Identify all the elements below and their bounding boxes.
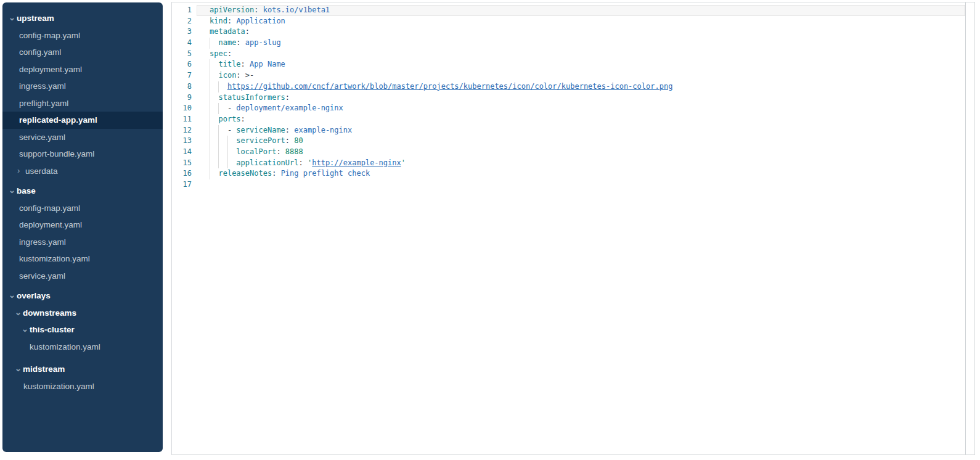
tree-file-ingress.yaml[interactable]: ingress.yaml [2,234,163,251]
line-number: 11 [172,114,192,125]
indent-guide [218,103,219,114]
line-number: 8 [172,81,192,92]
tree-file-preflight.yaml[interactable]: preflight.yaml [2,95,163,112]
code-content: localPort: 8888 [192,147,966,158]
code-line[interactable]: 14 localPort: 8888 [172,147,966,158]
code-token: Ping preflight check [281,169,370,178]
line-number: 9 [172,92,192,104]
code-line[interactable]: 7 icon: >- [172,70,966,81]
code-content: ports: [192,114,966,125]
code-token: : [227,49,232,58]
tree-item-label: midstream [23,364,65,374]
line-number: 7 [172,70,192,81]
code-line[interactable]: 9 statusInformers: [172,92,966,104]
code-line[interactable]: 5spec: [172,49,966,60]
line-number: 16 [172,168,192,179]
code-line[interactable]: 17 [172,179,966,191]
tree-file-ingress.yaml[interactable]: ingress.yaml [2,78,163,95]
code-content: spec: [192,49,966,60]
tree-item-label: ingress.yaml [19,81,66,91]
tree-folder-upstream[interactable]: ⌄upstream [2,10,163,27]
code-line[interactable]: 13 servicePort: 80 [172,136,966,147]
code-token: icon [218,71,236,80]
code-token: : [285,93,290,102]
chevron-right-icon: › [17,166,25,175]
code-token: : [236,38,240,47]
tree-folder-this-cluster[interactable]: ⌄this-cluster [2,321,163,339]
tree-file-service.yaml[interactable]: service.yaml [2,268,163,285]
code-content: - deployment/example-nginx [192,103,966,114]
tree-file-config.yaml[interactable]: config.yaml [2,44,163,61]
indent-guide [218,81,219,92]
tree-item-label: replicated-app.yaml [19,115,97,125]
code-content: applicationUrl: 'http://example-nginx' [192,158,966,169]
file-tree: ⌄upstreamconfig-map.yamlconfig.yamldeplo… [2,10,163,395]
code-line[interactable]: 15 applicationUrl: 'http://example-nginx… [172,158,966,169]
code-token: : [241,115,245,123]
code-link[interactable]: http://example-nginx [312,158,401,167]
code-line[interactable]: 10 - deployment/example-nginx [172,103,966,114]
code-token: : [245,27,250,36]
indent-guide [210,125,210,136]
tree-item-label: service.yaml [19,133,65,142]
tree-file-kustomization.yaml[interactable]: kustomization.yaml [2,339,163,356]
editor-scrollbar-track[interactable] [965,2,974,454]
tree-item-label: this-cluster [30,325,75,334]
tree-file-deployment.yaml[interactable]: deployment.yaml [2,216,163,234]
code-token: : [236,71,240,80]
indent-guide [218,136,219,147]
tree-item-label: deployment.yaml [19,220,82,229]
indent-guide [218,147,219,158]
code-token: : [241,60,245,68]
tree-folder-downstreams[interactable]: ⌄downstreams [2,305,163,322]
chevron-down-icon: ⌄ [15,308,23,316]
tree-folder-overlays[interactable]: ⌄overlays [2,287,163,305]
tree-file-service.yaml[interactable]: service.yaml [2,129,163,146]
code-token: applicationUrl [236,158,298,167]
code-token [210,71,218,80]
indent-guide [210,136,210,147]
code-line[interactable]: 11 ports: [172,114,966,125]
code-line[interactable]: 12 - serviceName: example-nginx [172,125,966,136]
tree-file-config-map.yaml[interactable]: config-map.yaml [2,200,163,217]
code-content: title: App Name [192,59,966,70]
line-number: 17 [172,179,192,191]
code-line[interactable]: 6 title: App Name [172,59,966,70]
chevron-down-icon: ⌄ [9,291,17,299]
tree-file-deployment.yaml[interactable]: deployment.yaml [2,61,163,78]
tree-folder-base[interactable]: ⌄base [2,183,163,200]
code-token: localPort [236,147,276,156]
tree-file-kustomization.yaml[interactable]: kustomization.yaml [2,250,163,268]
tree-folder-userdata[interactable]: ›userdata [2,163,163,180]
chevron-down-icon: ⌄ [9,186,17,194]
code-content: https://github.com/cncf/artwork/blob/mas… [192,81,966,92]
code-line[interactable]: 4 name: app-slug [172,38,966,49]
code-token: - [227,104,236,112]
tree-file-replicated-app.yaml[interactable]: replicated-app.yaml [2,112,163,129]
tree-item-label: service.yaml [19,271,65,281]
indent-guide [210,81,210,92]
code-token: serviceName [236,126,285,134]
code-line[interactable]: 8 https://github.com/cncf/artwork/blob/m… [172,81,966,92]
code-line[interactable]: 16 releaseNotes: Ping preflight check [172,168,966,179]
indent-guide [210,92,210,104]
yaml-code-editor[interactable]: 1apiVersion: kots.io/v1beta12kind: Appli… [171,2,975,455]
code-content: metadata: [192,27,966,38]
code-token [210,147,236,156]
tree-folder-midstream[interactable]: ⌄midstream [2,361,163,378]
code-line[interactable]: 3metadata: [172,27,966,38]
indent-guide [210,70,210,81]
indent-guide [227,158,228,169]
code-content: statusInformers: [192,92,966,104]
code-line[interactable]: 2kind: Application [172,16,966,27]
code-token: kots.io/v1beta1 [263,6,330,14]
code-link[interactable]: https://github.com/cncf/artwork/blob/mas… [227,82,672,91]
code-line[interactable]: 1apiVersion: kots.io/v1beta1 [172,5,966,16]
tree-item-label: deployment.yaml [19,65,82,74]
code-token [210,115,218,123]
indent-guide [210,114,210,125]
tree-file-support-bundle.yaml[interactable]: support-bundle.yaml [2,146,163,163]
tree-file-kustomization.yaml[interactable]: kustomization.yaml [2,378,163,395]
tree-file-config-map.yaml[interactable]: config-map.yaml [2,27,163,44]
code-lines[interactable]: 1apiVersion: kots.io/v1beta12kind: Appli… [172,2,966,454]
